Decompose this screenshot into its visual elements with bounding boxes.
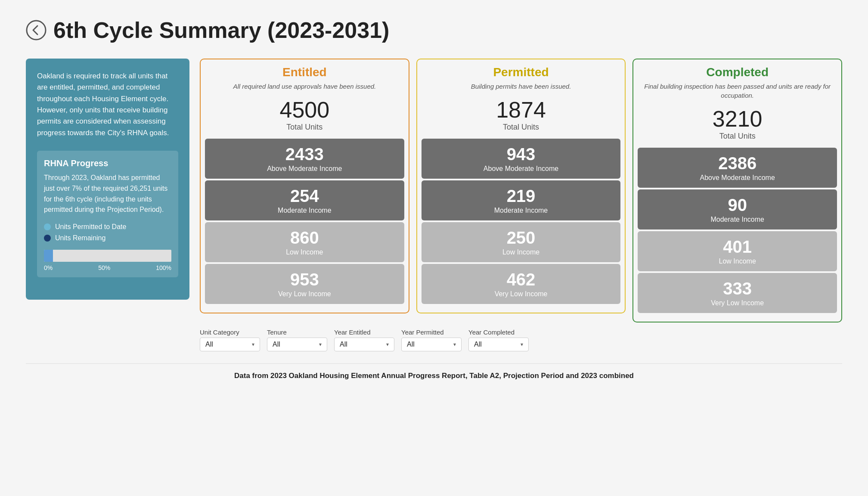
income-num-completed-2: 401 [642, 237, 833, 257]
page-header: 6th Cycle Summary (2023-2031) [26, 17, 842, 43]
filter-group-3: Year PermittedAll▾ [401, 329, 462, 351]
cards-row: EntitledAll required land use approvals … [200, 59, 842, 322]
income-label-completed-2: Low Income [642, 257, 833, 265]
filter-label-2: Year Entitled [334, 329, 394, 336]
card-total-num-entitled: 4500 [201, 95, 409, 123]
income-block-permitted-2: 250Low Income [422, 222, 621, 262]
income-label-entitled-2: Low Income [209, 248, 400, 256]
sidebar-description: Oakland is required to track all units t… [37, 71, 178, 139]
rhna-section: RHNA Progress Through 2023, Oakland has … [37, 151, 178, 277]
filter-select-2[interactable]: All▾ [334, 338, 394, 351]
income-label-permitted-2: Low Income [426, 248, 617, 256]
progress-label-100: 100% [156, 264, 171, 271]
income-num-permitted-0: 943 [426, 145, 617, 164]
income-label-permitted-3: Very Low Income [426, 290, 617, 298]
income-label-completed-0: Above Moderate Income [642, 174, 833, 182]
chevron-down-icon-2: ▾ [386, 341, 389, 347]
income-label-entitled-1: Moderate Income [209, 207, 400, 214]
income-label-entitled-3: Very Low Income [209, 290, 400, 298]
legend-dot-light [44, 223, 51, 230]
filter-select-value-2: All [340, 341, 347, 348]
income-label-completed-1: Moderate Income [642, 216, 833, 223]
progress-labels: 0% 50% 100% [44, 264, 171, 271]
card-entitled: EntitledAll required land use approvals … [200, 59, 409, 313]
chevron-down-icon-4: ▾ [521, 341, 523, 347]
income-block-completed-3: 333Very Low Income [638, 273, 837, 313]
page-title: 6th Cycle Summary (2023-2031) [53, 17, 389, 43]
income-num-entitled-2: 860 [209, 228, 400, 248]
progress-label-50: 50% [98, 264, 110, 271]
main-content: Oakland is required to track all units t… [26, 59, 842, 351]
income-num-entitled-3: 953 [209, 270, 400, 289]
card-subtitle-entitled: All required land use approvals have bee… [201, 82, 409, 95]
filter-group-4: Year CompletedAll▾ [468, 329, 529, 351]
income-block-completed-1: 90Moderate Income [638, 189, 837, 229]
filter-label-3: Year Permitted [401, 329, 462, 336]
income-block-entitled-2: 860Low Income [205, 222, 404, 262]
filter-group-2: Year EntitledAll▾ [334, 329, 394, 351]
card-total-label-permitted: Total Units [417, 123, 625, 137]
rhna-title: RHNA Progress [44, 158, 171, 168]
sidebar: Oakland is required to track all units t… [26, 59, 189, 300]
income-num-permitted-3: 462 [426, 270, 617, 289]
card-title-entitled: Entitled [201, 59, 409, 82]
legend-item-remaining: Units Remaining [44, 234, 171, 242]
income-block-permitted-0: 943Above Moderate Income [422, 139, 621, 179]
filter-select-4[interactable]: All▾ [468, 338, 529, 351]
income-num-permitted-2: 250 [426, 228, 617, 248]
rhna-text: Through 2023, Oakland has permitted just… [44, 173, 171, 215]
income-block-entitled-1: 254Moderate Income [205, 180, 404, 220]
card-title-permitted: Permitted [417, 59, 625, 82]
card-permitted: PermittedBuilding permits have been issu… [416, 59, 626, 313]
legend-label-remaining: Units Remaining [55, 234, 105, 242]
legend-label-permitted: Units Permitted to Date [55, 223, 126, 231]
card-total-label-completed: Total Units [633, 132, 841, 146]
filter-select-value-3: All [407, 341, 415, 348]
card-total-num-completed: 3210 [633, 104, 841, 132]
income-block-completed-2: 401Low Income [638, 231, 837, 271]
legend-item-permitted: Units Permitted to Date [44, 223, 171, 231]
chevron-down-icon-0: ▾ [252, 341, 254, 347]
income-block-completed-0: 2386Above Moderate Income [638, 148, 837, 188]
filter-select-value-0: All [205, 341, 213, 348]
income-block-permitted-1: 219Moderate Income [422, 180, 621, 220]
income-block-entitled-0: 2433Above Moderate Income [205, 139, 404, 179]
income-num-permitted-1: 219 [426, 186, 617, 206]
progress-bar-fill [44, 250, 53, 262]
filter-group-0: Unit CategoryAll▾ [200, 329, 260, 351]
income-num-completed-3: 333 [642, 279, 833, 298]
legend: Units Permitted to Date Units Remaining [44, 223, 171, 242]
income-num-entitled-1: 254 [209, 186, 400, 206]
filter-select-value-4: All [474, 341, 482, 348]
income-block-permitted-3: 462Very Low Income [422, 264, 621, 304]
filter-label-1: Tenure [267, 329, 327, 336]
filter-select-1[interactable]: All▾ [267, 338, 327, 351]
back-icon[interactable] [26, 20, 46, 40]
footer-note: Data from 2023 Oakland Housing Element A… [26, 363, 842, 380]
filter-label-0: Unit Category [200, 329, 260, 336]
cards-wrapper: EntitledAll required land use approvals … [200, 59, 842, 351]
income-num-completed-0: 2386 [642, 154, 833, 173]
card-subtitle-permitted: Building permits have been issued. [417, 82, 625, 95]
chevron-down-icon-1: ▾ [319, 341, 322, 347]
card-subtitle-completed: Final building inspection has been passe… [633, 82, 841, 104]
filter-select-0[interactable]: All▾ [200, 338, 260, 351]
income-num-entitled-0: 2433 [209, 145, 400, 164]
income-block-entitled-3: 953Very Low Income [205, 264, 404, 304]
income-label-completed-3: Very Low Income [642, 299, 833, 307]
filter-group-1: TenureAll▾ [267, 329, 327, 351]
progress-bar-container: 0% 50% 100% [44, 250, 171, 271]
income-label-permitted-1: Moderate Income [426, 207, 617, 214]
filter-select-3[interactable]: All▾ [401, 338, 462, 351]
filters-row: Unit CategoryAll▾TenureAll▾Year Entitled… [200, 329, 842, 351]
legend-dot-dark [44, 235, 51, 242]
progress-bar-track [44, 250, 171, 262]
card-completed: CompletedFinal building inspection has b… [632, 59, 842, 322]
filter-select-value-1: All [273, 341, 280, 348]
income-label-entitled-0: Above Moderate Income [209, 165, 400, 173]
filter-label-4: Year Completed [468, 329, 529, 336]
card-total-label-entitled: Total Units [201, 123, 409, 137]
income-num-completed-1: 90 [642, 195, 833, 215]
income-label-permitted-0: Above Moderate Income [426, 165, 617, 173]
svg-point-0 [27, 21, 46, 40]
